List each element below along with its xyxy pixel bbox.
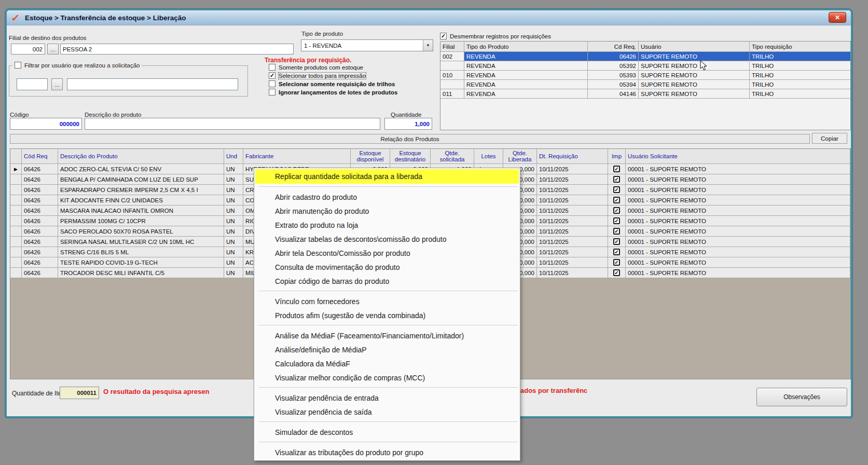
row-selector-cell xyxy=(10,206,22,216)
tipo-produto-combo[interactable]: 1 - REVENDA ▼ xyxy=(301,39,433,51)
req-table-row[interactable]: 011REVENDA04146SUPORTE REMOTOTRILHO xyxy=(440,89,850,99)
filial-code-field[interactable]: 002 xyxy=(11,44,45,54)
product-column-header: Usuário Solicitante xyxy=(626,149,850,164)
product-cell-imp: ✓ xyxy=(608,268,626,278)
imp-checkbox[interactable]: ✓ xyxy=(613,197,620,203)
context-menu-item[interactable]: Visualizar as tributações do produto por… xyxy=(254,445,520,459)
context-menu-item[interactable]: Visualizar pendência de entrada xyxy=(254,391,520,405)
context-menu-item[interactable]: Vínculo com fornecedores xyxy=(254,294,520,308)
product-cell-dtrequisicao: 10/11/2025 xyxy=(537,247,608,257)
product-cell-codreq: 06426 xyxy=(22,195,58,206)
filial-browse-button[interactable]: ... xyxy=(47,44,59,54)
req-cell-filial: 002 xyxy=(440,52,464,61)
chevron-down-icon[interactable]: ▼ xyxy=(423,40,433,51)
context-menu-item[interactable]: Visualizar melhor condição de compras (M… xyxy=(254,371,520,385)
product-cell-usuario: 00001 - SUPORTE REMOTO xyxy=(626,206,850,216)
row-selector-cell xyxy=(10,226,22,237)
descricao-field[interactable] xyxy=(85,118,380,130)
context-menu-item[interactable]: Abrir tela Desconto/Comissão por produto xyxy=(254,246,520,260)
option-checkbox-row[interactable]: Selecionar somente requisição de trilhos xyxy=(269,80,395,87)
context-menu-item[interactable]: Visualizar pendência de saída xyxy=(254,405,520,419)
option-checkbox[interactable]: ✓ xyxy=(269,72,275,79)
product-cell-usuario: 00001 - SUPORTE REMOTO xyxy=(626,268,850,278)
product-cell-descricao: TROCADOR DESC MILI INFANTIL C/5 xyxy=(58,268,224,278)
req-cell-tiporeq: TRILHO xyxy=(750,80,851,89)
product-column-header: Qtde.solicitada xyxy=(431,149,474,164)
product-cell-descricao: ESPARADRAPO CREMER IMPERM 2,5 CM X 4,5 I xyxy=(58,185,224,195)
req-cell-filial: 010 xyxy=(440,71,464,80)
user-name-field[interactable] xyxy=(67,78,238,90)
req-table-row[interactable]: 010REVENDA05393SUPORTE REMOTOTRILHO xyxy=(440,71,850,80)
context-menu-item[interactable]: Consulta de movimentação do produto xyxy=(254,260,520,274)
req-cell-usuario: SUPORTE REMOTO xyxy=(639,89,750,99)
quantidade-field[interactable]: 1,000 xyxy=(384,118,432,130)
product-column-header: Und xyxy=(224,149,243,164)
product-cell-usuario: 00001 - SUPORTE REMOTO xyxy=(626,164,850,174)
context-menu-item[interactable]: Copiar código de barras do produto xyxy=(254,274,520,288)
req-column-header: Filial xyxy=(440,42,464,52)
imp-checkbox[interactable]: ✓ xyxy=(613,249,620,255)
filial-name-field[interactable]: PESSOA 2 xyxy=(60,44,294,54)
product-cell-imp: ✓ xyxy=(608,195,626,206)
option-checkbox[interactable] xyxy=(269,80,275,87)
product-cell-imp: ✓ xyxy=(608,247,626,257)
context-menu-item[interactable]: Calculadora da MédiaF xyxy=(254,357,520,371)
req-cell-tipo: REVENDA xyxy=(464,61,588,71)
desmembrar-checkbox-row[interactable]: ✓ Desmembrar registros por requisições xyxy=(440,33,551,39)
option-checkbox-row[interactable]: Somente produtos com estoque xyxy=(269,64,363,71)
row-selector-cell xyxy=(10,268,22,278)
product-cell-codreq: 06426 xyxy=(22,247,58,257)
quantidade-label: Quantidade xyxy=(391,112,421,118)
product-cell-und: UN xyxy=(224,185,243,195)
observacoes-button[interactable]: Observações xyxy=(756,388,847,406)
desmembrar-checkbox[interactable]: ✓ xyxy=(440,33,447,39)
context-menu-item[interactable]: Simulador de descontos xyxy=(254,425,520,439)
user-filter-checkbox[interactable] xyxy=(15,62,21,69)
option-checkbox-label: Selecionar somente requisição de trilhos xyxy=(279,81,395,87)
option-checkbox-row[interactable]: ✓Selecionar todos para impressão xyxy=(269,72,366,79)
context-menu-item[interactable]: Abrir manutenção do produto xyxy=(254,204,520,218)
tipo-produto-value: 1 - REVENDA xyxy=(301,43,423,49)
copiar-button[interactable]: Copiar xyxy=(812,133,847,144)
user-filter-group: Filtrar por usuário que realizou a solic… xyxy=(9,65,248,97)
context-menu: Replicar quantidade solicitada para a li… xyxy=(254,168,520,461)
product-cell-dtrequisicao: 10/11/2025 xyxy=(537,164,608,174)
req-table-row[interactable]: REVENDA05394SUPORTE REMOTOTRILHO xyxy=(440,80,850,89)
product-cell-descricao: PERMASSIM 100MG C/ 10CPR xyxy=(58,216,224,226)
current-row-marker-icon: ▶ xyxy=(14,167,18,172)
imp-checkbox[interactable]: ✓ xyxy=(613,238,620,245)
user-code-field[interactable] xyxy=(17,78,48,90)
imp-checkbox[interactable]: ✓ xyxy=(613,207,620,214)
req-table-row[interactable]: 002REVENDA06426SUPORTE REMOTOTRILHO xyxy=(440,52,850,61)
imp-checkbox[interactable]: ✓ xyxy=(613,217,620,224)
option-checkbox[interactable] xyxy=(269,89,275,95)
requisitions-table[interactable]: FilialTipo do ProdutoCd Req.UsuárioTipo … xyxy=(440,41,851,130)
context-menu-item[interactable]: Análise da MédiaF (Faceamento/Financiame… xyxy=(254,329,520,343)
imp-checkbox[interactable]: ✓ xyxy=(613,228,620,235)
product-cell-dtrequisicao: 10/11/2025 xyxy=(537,237,608,247)
imp-checkbox[interactable]: ✓ xyxy=(613,269,620,276)
context-menu-item[interactable]: Extrato do produto na loja xyxy=(254,218,520,232)
codigo-label: Código xyxy=(10,112,29,118)
context-menu-item[interactable]: Produtos afim (sugestão de venda combina… xyxy=(254,308,520,322)
option-checkbox-row[interactable]: Ignorar lançamentos de lotes de produtos xyxy=(269,89,397,95)
context-menu-item[interactable]: Replicar quantidade solicitada para a li… xyxy=(255,169,519,184)
row-selector-cell xyxy=(10,216,22,226)
context-menu-item[interactable]: Visualizar tabelas de descontos\comissão… xyxy=(254,232,520,246)
product-cell-imp: ✓ xyxy=(608,164,626,174)
codigo-field[interactable]: 000000 xyxy=(10,118,82,130)
context-menu-item[interactable]: Abrir cadastro do produto xyxy=(254,190,520,204)
close-button[interactable]: ✕ xyxy=(829,12,846,23)
product-cell-dtrequisicao: 10/11/2025 xyxy=(537,185,608,195)
imp-checkbox[interactable]: ✓ xyxy=(613,176,620,183)
imp-checkbox[interactable]: ✓ xyxy=(613,259,620,266)
req-cell-tiporeq: TRILHO xyxy=(750,61,851,71)
req-table-row[interactable]: REVENDA05392SUPORTE REMOTOTRILHO xyxy=(440,61,850,71)
context-menu-item[interactable]: Análise/definição de MédiaP xyxy=(254,343,520,357)
row-selector-cell xyxy=(10,237,22,247)
product-cell-imp: ✓ xyxy=(608,174,626,185)
imp-checkbox[interactable]: ✓ xyxy=(613,186,620,193)
user-browse-button[interactable]: ... xyxy=(51,78,63,90)
imp-checkbox[interactable]: ✓ xyxy=(613,166,620,172)
option-checkbox[interactable] xyxy=(269,64,275,71)
